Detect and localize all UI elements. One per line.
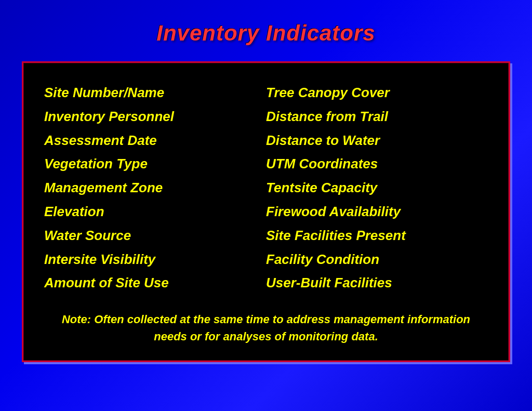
list-item: Tentsite Capacity bbox=[266, 176, 488, 200]
list-item: Tree Canopy Cover bbox=[266, 81, 488, 105]
list-item: Management Zone bbox=[44, 176, 266, 200]
list-item: Distance from Trail bbox=[266, 105, 488, 129]
list-item: Elevation bbox=[44, 200, 266, 224]
list-item: UTM Coordinates bbox=[266, 152, 488, 176]
list-item: User-Built Facilities bbox=[266, 271, 488, 295]
list-item: Site Number/Name bbox=[44, 81, 266, 105]
list-item: Assessment Date bbox=[44, 129, 266, 153]
list-item: Inventory Personnel bbox=[44, 105, 266, 129]
list-item: Firewood Availability bbox=[266, 200, 488, 224]
indicators-grid: Site Number/Name Inventory Personnel Ass… bbox=[44, 81, 488, 295]
list-item: Intersite Visibility bbox=[44, 248, 266, 272]
right-column: Tree Canopy Cover Distance from Trail Di… bbox=[266, 81, 488, 295]
note-section: Note: Often collected at the same time t… bbox=[44, 311, 488, 345]
list-item: Water Source bbox=[44, 224, 266, 248]
note-label: Note: bbox=[62, 313, 91, 326]
list-item: Site Facilities Present bbox=[266, 224, 488, 248]
list-item: Amount of Site Use bbox=[44, 271, 266, 295]
list-item: Distance to Water bbox=[266, 129, 488, 153]
list-item: Facility Condition bbox=[266, 248, 488, 272]
left-column: Site Number/Name Inventory Personnel Ass… bbox=[44, 81, 266, 295]
list-item: Vegetation Type bbox=[44, 152, 266, 176]
note-text: Often collected at the same time to addr… bbox=[91, 313, 470, 343]
page-title: Inventory Indicators bbox=[156, 21, 375, 46]
content-box: Site Number/Name Inventory Personnel Ass… bbox=[22, 61, 510, 362]
